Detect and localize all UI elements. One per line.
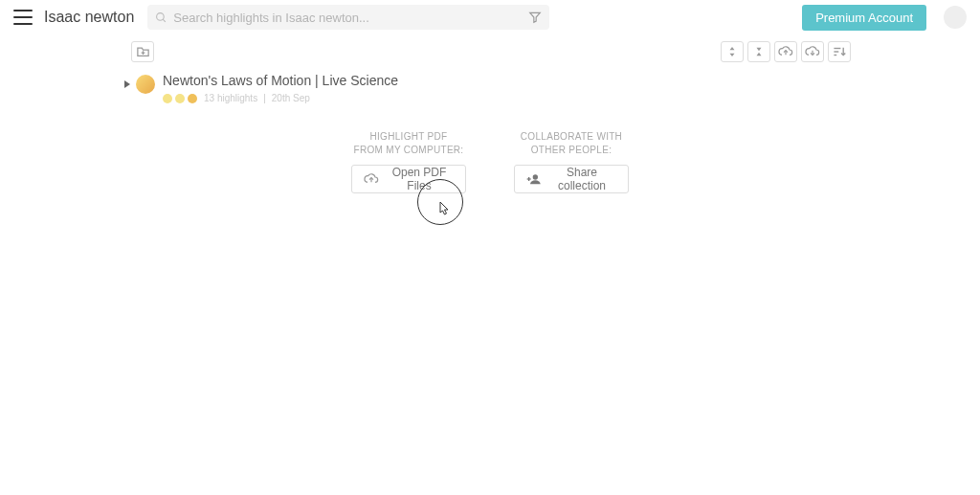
sort-icon bbox=[833, 46, 846, 57]
folder-plus-icon bbox=[136, 46, 150, 58]
sort-button[interactable] bbox=[828, 41, 851, 62]
open-pdf-button[interactable]: Open PDF Files bbox=[351, 165, 466, 193]
svg-point-0 bbox=[157, 12, 165, 20]
folder-title: Isaac newton bbox=[44, 9, 134, 26]
item-meta: 13 highlights | 20th Sep bbox=[163, 93, 398, 103]
export-button[interactable] bbox=[774, 41, 797, 62]
chevron-right-icon[interactable] bbox=[124, 80, 130, 88]
svg-marker-7 bbox=[757, 48, 762, 51]
search-bar[interactable] bbox=[147, 5, 549, 30]
avatar[interactable] bbox=[944, 6, 967, 29]
cursor-pointer-icon bbox=[437, 201, 451, 216]
meta-separator: | bbox=[263, 93, 266, 103]
share-collection-button[interactable]: Share collection bbox=[514, 165, 629, 193]
expand-button[interactable] bbox=[721, 41, 744, 62]
item-favicon bbox=[136, 75, 155, 94]
highlight-dot-icon bbox=[188, 94, 197, 103]
search-input[interactable] bbox=[173, 11, 528, 25]
person-add-icon bbox=[526, 173, 542, 185]
svg-marker-5 bbox=[730, 47, 735, 50]
cloud-upload-icon bbox=[778, 46, 793, 57]
item-date: 20th Sep bbox=[272, 93, 310, 103]
new-folder-button[interactable] bbox=[131, 41, 154, 62]
highlight-count: 13 highlights bbox=[204, 93, 257, 103]
import-button[interactable] bbox=[801, 41, 824, 62]
svg-marker-8 bbox=[757, 53, 762, 56]
highlight-dot-icon bbox=[163, 94, 172, 103]
menu-icon[interactable] bbox=[13, 10, 33, 25]
filter-icon[interactable] bbox=[528, 11, 542, 24]
svg-point-16 bbox=[533, 174, 538, 179]
collapse-icon bbox=[754, 46, 764, 57]
highlight-dot-icon bbox=[175, 94, 185, 103]
open-pdf-label: Open PDF Files bbox=[385, 166, 454, 192]
svg-line-1 bbox=[163, 19, 166, 22]
pdf-heading: HIGHLIGHT PDF FROM MY COMPUTER: bbox=[354, 130, 464, 157]
share-heading: COLLABORATE WITH OTHER PEOPLE: bbox=[521, 130, 622, 157]
collapse-button[interactable] bbox=[747, 41, 770, 62]
list-item[interactable]: Newton's Laws of Motion | Live Science 1… bbox=[124, 71, 970, 105]
premium-button[interactable]: Premium Account bbox=[802, 5, 926, 31]
svg-marker-2 bbox=[530, 12, 541, 22]
search-icon bbox=[155, 11, 167, 24]
svg-marker-6 bbox=[730, 54, 735, 56]
share-label: Share collection bbox=[547, 166, 616, 192]
expand-icon bbox=[727, 46, 737, 57]
cloud-download-icon bbox=[805, 46, 820, 57]
item-title[interactable]: Newton's Laws of Motion | Live Science bbox=[163, 73, 398, 88]
cloud-upload-icon bbox=[364, 173, 379, 185]
